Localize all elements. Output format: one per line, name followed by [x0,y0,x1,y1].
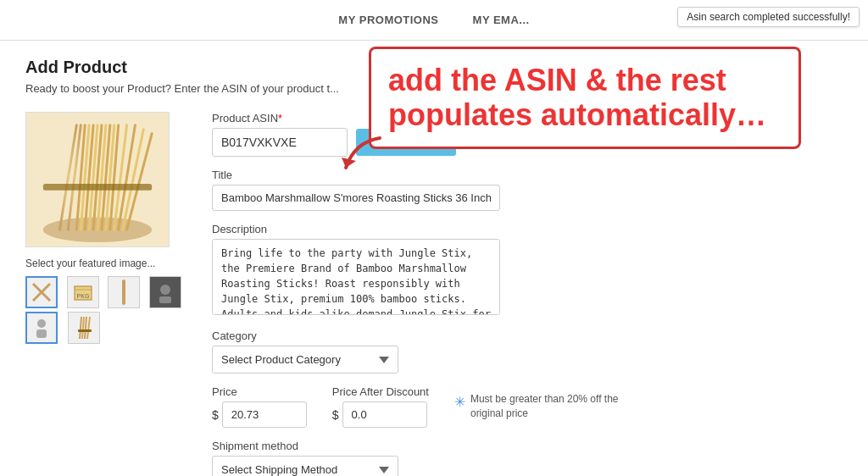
thumb-2-icon: PKG [70,280,96,305]
price-after-discount-group: Price After Discount $ [332,385,429,428]
thumb-6-icon [71,315,97,340]
description-group: Description Bring life to the party with… [212,223,737,318]
svg-point-24 [160,285,170,295]
price-after-discount-currency: $ [332,408,339,422]
thumb-3-icon [111,280,136,305]
shipment-select[interactable]: Select Shipping Method [212,456,398,476]
image-thumbnails-row1: PKG [25,276,186,308]
svg-text:PKG: PKG [76,293,89,299]
svg-rect-27 [36,329,47,338]
title-label: Title [212,169,737,181]
svg-point-26 [37,319,46,328]
shipment-group: Shipment method Select Shipping Method [212,440,737,476]
svg-rect-32 [78,329,92,332]
product-image-section: Select your featured image... PKG [25,112,186,476]
select-image-label: Select your featured image... [25,257,186,269]
thumb-5[interactable] [25,312,58,344]
callout-text: add the ASIN & the rest populates automa… [388,63,782,133]
price-label: Price [212,385,307,398]
svg-rect-25 [159,296,171,303]
thumb-6[interactable] [68,312,100,344]
nav-my-emails[interactable]: MY EMA... [473,8,530,31]
price-after-discount-input-row: $ [332,401,429,428]
arrow-svg [337,134,388,176]
thumb-4[interactable] [149,276,181,308]
price-currency: $ [212,408,219,422]
form-section: Product ASIN* ASIN search Title Descript… [212,112,737,476]
asterisk-icon: ✳ [454,394,465,410]
nav-my-promotions[interactable]: MY PROMOTIONS [338,8,438,31]
thumb-1-icon [29,280,54,305]
thumb-2[interactable]: PKG [67,276,99,308]
category-group: Category Select Product Category [212,329,737,374]
description-textarea[interactable]: Bring life to the party with Jungle Stix… [212,239,500,315]
main-product-image[interactable] [25,112,170,247]
price-group: Price $ [212,385,307,428]
description-label: Description [212,223,737,235]
price-input[interactable] [222,401,307,428]
asin-label-text: Product ASIN [212,112,278,125]
svg-rect-17 [43,184,152,191]
svg-line-29 [82,317,84,339]
svg-line-30 [85,317,86,339]
price-input-row: $ [212,401,307,428]
category-label: Category [212,329,737,342]
callout-box: add the ASIN & the rest populates automa… [369,47,801,149]
success-message: Asin search completed successfully! [687,11,850,23]
thumb-1[interactable] [25,276,58,308]
thumb-5-icon [29,315,54,340]
asin-input[interactable] [212,128,348,157]
price-after-discount-label: Price After Discount [332,385,429,398]
price-note-text: Must be greater than 20% off the origina… [470,392,624,421]
asin-required: * [278,112,282,125]
top-navigation: MY PROMOTIONS MY EMA... Asin search comp… [0,0,868,41]
title-group: Title [212,169,737,211]
product-image-svg [26,113,169,246]
image-thumbnails-row2 [25,312,106,344]
price-note: ✳ Must be greater than 20% off the origi… [454,392,624,421]
svg-line-31 [87,317,90,339]
thumb-3[interactable] [108,276,140,308]
shipment-label: Shipment method [212,440,737,452]
svg-line-28 [80,317,81,339]
price-after-discount-input[interactable] [342,401,427,428]
category-select[interactable]: Select Product Category [212,346,398,374]
arrow-indicator [337,134,388,179]
success-banner: Asin search completed successfully! [677,7,860,27]
price-row: Price $ Price After Discount $ ✳ Must be [212,385,737,428]
thumb-4-icon [153,280,178,305]
title-input[interactable] [212,185,500,211]
